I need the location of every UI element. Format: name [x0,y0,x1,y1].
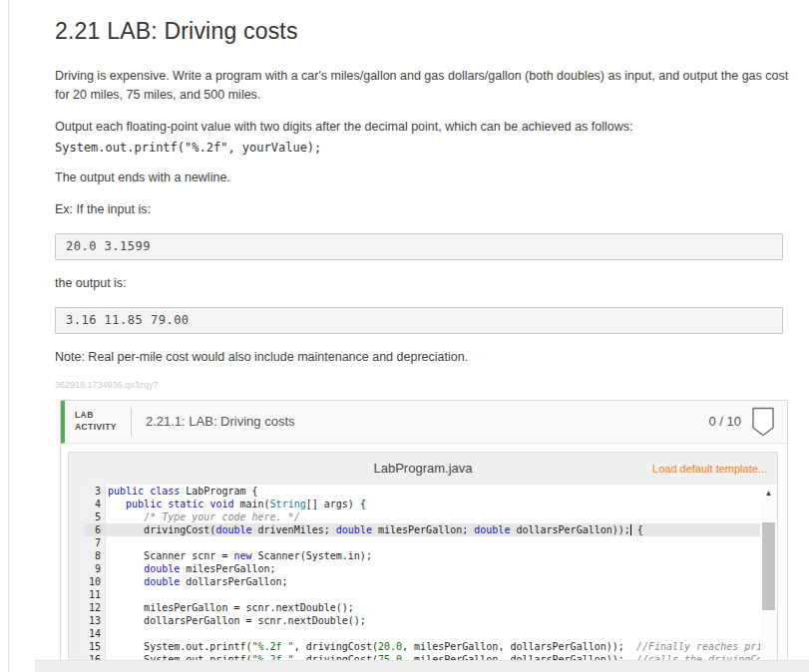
gutter-line-number: 10 [85,575,105,588]
gutter-line-number: 15 [85,640,105,653]
example-output-box: 3.16 11.85 79.00 [55,307,783,334]
gutter-line-number: 11 [85,588,105,601]
load-default-template-link[interactable]: Load default template... [652,463,767,475]
code-line[interactable]: drivingCost(double drivenMiles; double m… [106,523,777,536]
gutter-line-number: 6 [85,523,105,536]
next-section-edge [35,660,809,672]
gutter-line-number: 13 [85,614,105,627]
newline-note: The output ends with a newline. [55,168,789,187]
code-line[interactable]: double dollarsPerGallon; [106,575,777,588]
code-line[interactable]: dollarsPerGallon = scnr.nextDouble(); [106,614,777,627]
code-line[interactable]: public class LabProgram { [106,485,777,498]
page-left-border [8,0,9,672]
lab-page: 2.21 LAB: Driving costs Driving is expen… [55,0,789,672]
lab-activity-title: 2.21.1: LAB: Driving costs [146,414,295,429]
format-note: Output each floating-point value with tw… [55,118,789,137]
editor-code-area[interactable]: 34567891011121314151617181920 public cla… [85,485,777,672]
code-line[interactable]: /* Type your code here. */ [106,510,777,523]
gutter-line-number: 5 [85,510,105,523]
lab-badge-line2: ACTIVITY [75,422,117,433]
code-line[interactable]: Scanner scnr = new Scanner(System.in); [106,549,777,562]
vertical-scrollbar-thumb[interactable] [762,522,775,610]
gutter-line-number: 4 [85,498,105,510]
format-code-snippet: System.out.printf("%.2f", yourValue); [55,141,789,155]
header-divider [131,408,132,436]
vertical-scrollbar[interactable]: ▲ ▼ [760,485,777,672]
example-input-box: 20.0 3.1599 [55,233,783,260]
score-label: 0 / 10 [708,414,741,429]
example-output-label: the output is: [55,274,789,293]
gutter-line-number: 9 [85,562,105,575]
code-line[interactable] [106,536,777,549]
editor-code-lines[interactable]: public class LabProgram { public static … [106,485,777,672]
gutter-line-number: 7 [85,536,105,549]
gutter-line-number: 3 [85,485,105,498]
gutter-line-number: 14 [85,627,105,640]
code-line[interactable]: double milesPerGallon; [106,562,777,575]
lab-activity-card: LAB ACTIVITY 2.21.1: LAB: Driving costs … [60,400,788,672]
editor-gutter: 34567891011121314151617181920 [85,485,106,672]
completion-shield-icon [751,407,775,437]
code-line[interactable]: System.out.printf("%.2f ", drivingCost(2… [106,640,777,653]
lab-activity-body: LabProgram.java Load default template...… [61,444,787,672]
lab-activity-header: LAB ACTIVITY 2.21.1: LAB: Driving costs … [61,401,787,444]
code-line[interactable]: milesPerGallon = scnr.nextDouble(); [106,601,777,614]
scroll-up-icon[interactable]: ▲ [760,487,777,501]
code-line[interactable] [106,627,777,640]
gutter-line-number: 8 [85,549,105,562]
content-id: 362918.1734936.qx3zqy7 [55,380,789,390]
gutter-line-number: 12 [85,601,105,614]
intro-paragraph: Driving is expensive. Write a program wi… [55,67,789,106]
code-line[interactable]: public static void main(String[] args) { [106,498,777,510]
lab-badge-line1: LAB [75,410,117,421]
maintenance-note: Note: Real per-mile cost would also incl… [55,348,789,367]
page-title: 2.21 LAB: Driving costs [55,18,789,45]
example-input-label: Ex: If the input is: [55,200,789,219]
code-editor: LabProgram.java Load default template...… [68,452,778,672]
code-line[interactable] [106,588,777,601]
editor-header: LabProgram.java Load default template... [69,453,777,485]
lab-activity-badge: LAB ACTIVITY [65,410,117,433]
